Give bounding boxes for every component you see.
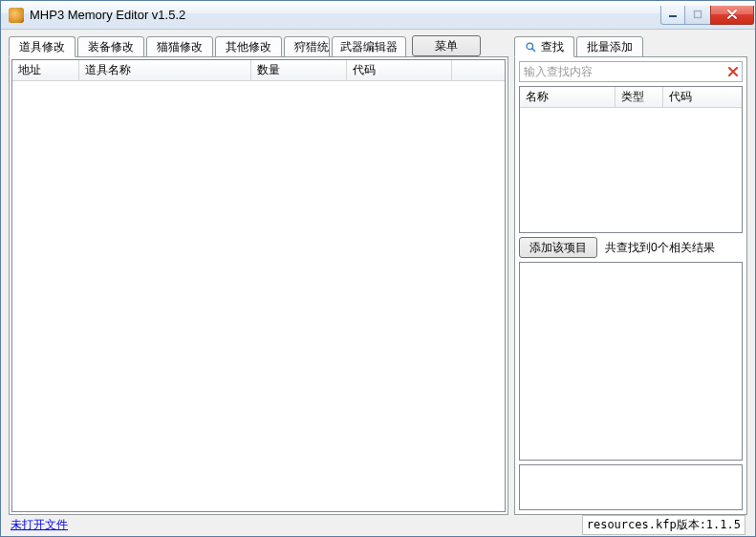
menu-button-label: 菜单 bbox=[435, 38, 458, 54]
tab-label: 其他修改 bbox=[226, 39, 271, 55]
tab-items[interactable]: 道具修改 bbox=[9, 36, 76, 57]
window-title: MHP3 Memory Editor v1.5.2 bbox=[30, 8, 661, 22]
app-icon bbox=[9, 8, 24, 23]
tab-other[interactable]: 其他修改 bbox=[215, 36, 282, 57]
tab-batch-add[interactable]: 批量添加 bbox=[576, 36, 643, 57]
svg-line-3 bbox=[532, 48, 535, 51]
right-pane: 查找 批量添加 名称 类型 代码 bbox=[514, 35, 747, 515]
window-controls bbox=[661, 6, 754, 25]
col-spacer bbox=[452, 60, 505, 80]
col-item-name[interactable]: 道具名称 bbox=[79, 60, 251, 80]
add-row: 添加该项目 共查找到0个相关结果 bbox=[519, 237, 743, 258]
tab-label: 武器编辑器 bbox=[340, 39, 398, 55]
tab-label: 猫猫修改 bbox=[157, 39, 203, 55]
col-name[interactable]: 名称 bbox=[520, 87, 616, 107]
maximize-button bbox=[684, 6, 711, 25]
tab-label: 狩猎统计 bbox=[294, 39, 330, 55]
client-area: 道具修改 装备修改 猫猫修改 其他修改 狩猎统计 武器编辑器 菜单 地址 道具名… bbox=[1, 30, 755, 536]
result-count-text: 共查找到0个相关结果 bbox=[605, 240, 715, 256]
svg-rect-0 bbox=[669, 15, 677, 17]
search-results-grid[interactable]: 名称 类型 代码 bbox=[519, 86, 743, 233]
items-grid-body[interactable] bbox=[12, 81, 505, 511]
results-header: 名称 类型 代码 bbox=[520, 87, 742, 108]
close-icon bbox=[727, 66, 739, 77]
file-status-link[interactable]: 未打开文件 bbox=[11, 517, 68, 533]
tab-label: 查找 bbox=[541, 39, 564, 55]
search-input[interactable] bbox=[520, 65, 724, 78]
tab-equipment[interactable]: 装备修改 bbox=[77, 36, 144, 57]
resource-version: resources.kfp版本:1.1.5 bbox=[582, 515, 745, 535]
app-window: MHP3 Memory Editor v1.5.2 道具修改 装备修改 猫猫修改… bbox=[0, 0, 756, 537]
results-body[interactable] bbox=[520, 108, 742, 232]
tab-weapon-editor[interactable]: 武器编辑器 bbox=[332, 36, 406, 57]
clear-search-button[interactable] bbox=[724, 66, 742, 77]
main-row: 道具修改 装备修改 猫猫修改 其他修改 狩猎统计 武器编辑器 菜单 地址 道具名… bbox=[9, 35, 747, 515]
left-tab-body: 地址 道具名称 数量 代码 bbox=[9, 56, 508, 515]
tab-huntstats[interactable]: 狩猎统计 bbox=[284, 36, 330, 57]
col-code[interactable]: 代码 bbox=[347, 60, 452, 80]
add-item-button[interactable]: 添加该项目 bbox=[519, 237, 597, 258]
right-tab-body: 名称 类型 代码 添加该项目 共查找到0个相关结果 bbox=[514, 56, 747, 515]
svg-rect-1 bbox=[695, 11, 702, 18]
tab-label: 装备修改 bbox=[88, 39, 134, 55]
close-button[interactable] bbox=[710, 6, 754, 25]
tab-search[interactable]: 查找 bbox=[514, 36, 574, 57]
items-grid-header: 地址 道具名称 数量 代码 bbox=[12, 60, 505, 81]
search-icon bbox=[525, 41, 537, 54]
items-grid[interactable]: 地址 道具名称 数量 代码 bbox=[11, 59, 506, 512]
tab-label: 批量添加 bbox=[587, 39, 633, 55]
search-row bbox=[519, 61, 743, 82]
col-type[interactable]: 类型 bbox=[616, 87, 663, 107]
col-quantity[interactable]: 数量 bbox=[251, 60, 347, 80]
tab-label: 道具修改 bbox=[19, 39, 65, 55]
titlebar[interactable]: MHP3 Memory Editor v1.5.2 bbox=[1, 1, 755, 30]
details-box[interactable] bbox=[519, 262, 743, 461]
right-tabs: 查找 批量添加 bbox=[514, 35, 747, 56]
menu-button[interactable]: 菜单 bbox=[412, 35, 481, 56]
left-pane: 道具修改 装备修改 猫猫修改 其他修改 狩猎统计 武器编辑器 菜单 地址 道具名… bbox=[9, 35, 508, 515]
col-code[interactable]: 代码 bbox=[663, 87, 742, 107]
tab-cats[interactable]: 猫猫修改 bbox=[146, 36, 213, 57]
statusbar: 未打开文件 resources.kfp版本:1.1.5 bbox=[9, 515, 747, 534]
col-address[interactable]: 地址 bbox=[12, 60, 79, 80]
add-item-label: 添加该项目 bbox=[529, 240, 587, 256]
preview-box bbox=[519, 464, 743, 510]
minimize-button[interactable] bbox=[660, 6, 685, 25]
left-tabs: 道具修改 装备修改 猫猫修改 其他修改 狩猎统计 武器编辑器 菜单 bbox=[9, 35, 508, 56]
